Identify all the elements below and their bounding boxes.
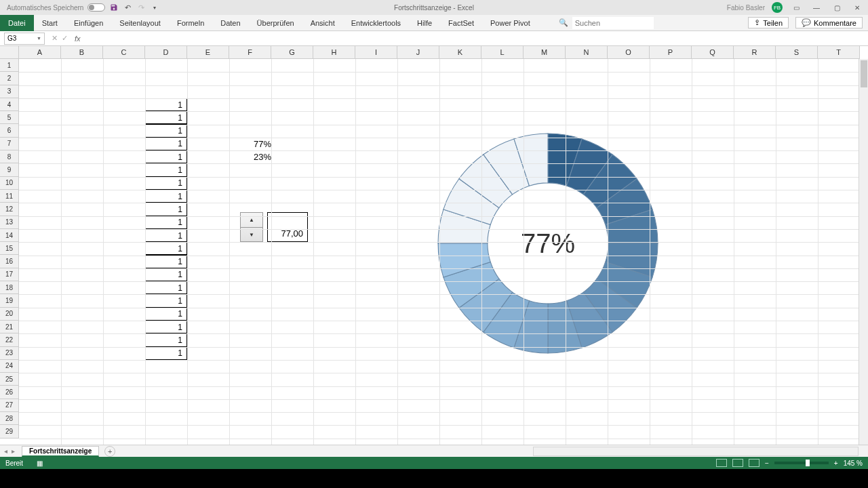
- share-button[interactable]: ⇪Teilen: [748, 17, 789, 28]
- sheet-tab-active[interactable]: Fortschrittsanzeige: [22, 446, 99, 457]
- vertical-scrollbar[interactable]: [859, 59, 868, 445]
- row-header[interactable]: 11: [0, 190, 19, 203]
- zoom-out-button[interactable]: −: [765, 460, 769, 467]
- column-header[interactable]: B: [61, 46, 103, 59]
- table-cell[interactable]: 1: [145, 347, 187, 360]
- table-cell[interactable]: 1: [145, 268, 187, 281]
- view-pagebreak-button[interactable]: [749, 459, 760, 467]
- tab-view[interactable]: Ansicht: [302, 15, 343, 31]
- column-header[interactable]: A: [19, 46, 61, 59]
- search-input[interactable]: [572, 17, 654, 29]
- row-header[interactable]: 9: [0, 163, 19, 176]
- table-cell[interactable]: 1: [145, 150, 187, 163]
- column-header[interactable]: O: [608, 46, 650, 59]
- row-header[interactable]: 15: [0, 242, 19, 255]
- cancel-formula-icon[interactable]: ✕: [52, 34, 58, 43]
- table-cell[interactable]: 1: [145, 333, 187, 346]
- row-header[interactable]: 2: [0, 72, 19, 85]
- spinner-up-button[interactable]: ▲: [241, 213, 262, 227]
- column-header[interactable]: Q: [692, 46, 734, 59]
- column-header[interactable]: G: [271, 46, 313, 59]
- qa-customize-icon[interactable]: ▾: [150, 3, 159, 12]
- tab-pagelayout[interactable]: Seitenlayout: [111, 15, 169, 31]
- column-header[interactable]: R: [734, 46, 776, 59]
- redo-icon[interactable]: ↷: [136, 3, 146, 12]
- cells-area[interactable]: 11111111111111111111 77% 23% ▲ ▼ 77,00 7…: [19, 59, 859, 445]
- fx-label[interactable]: fx: [75, 35, 81, 43]
- progress-donut-chart[interactable]: 77%: [426, 121, 670, 365]
- maximize-button[interactable]: ▢: [830, 3, 844, 12]
- table-cell[interactable]: 1: [145, 321, 187, 333]
- row-header[interactable]: 23: [0, 347, 19, 360]
- cell-percent-remaining[interactable]: 23%: [229, 152, 271, 162]
- enter-formula-icon[interactable]: ✓: [62, 34, 68, 43]
- table-cell[interactable]: 1: [145, 281, 187, 294]
- column-header[interactable]: N: [566, 46, 608, 59]
- column-header[interactable]: L: [481, 46, 524, 59]
- row-header[interactable]: 18: [0, 281, 19, 294]
- row-header[interactable]: 28: [0, 412, 19, 425]
- zoom-in-button[interactable]: +: [834, 460, 838, 467]
- row-header[interactable]: 19: [0, 294, 19, 307]
- zoom-level[interactable]: 145 %: [844, 460, 863, 467]
- column-header[interactable]: E: [187, 46, 229, 59]
- row-header[interactable]: 10: [0, 177, 19, 190]
- column-header[interactable]: K: [439, 46, 481, 59]
- row-header[interactable]: 5: [0, 111, 19, 124]
- autosave-toggle[interactable]: [87, 3, 105, 12]
- table-cell[interactable]: 1: [145, 308, 187, 321]
- sheet-nav-first-icon[interactable]: ◂: [4, 447, 7, 455]
- row-header[interactable]: 3: [0, 85, 19, 98]
- row-header[interactable]: 27: [0, 399, 19, 412]
- table-cell[interactable]: 1: [145, 124, 187, 137]
- minimize-button[interactable]: —: [810, 3, 823, 12]
- table-cell[interactable]: 1: [145, 294, 187, 307]
- row-header[interactable]: 20: [0, 308, 19, 321]
- cell-percent-filled[interactable]: 77%: [229, 139, 271, 149]
- zoom-slider[interactable]: [774, 462, 829, 464]
- row-header[interactable]: 21: [0, 321, 19, 333]
- ribbon-display-icon[interactable]: ▭: [789, 3, 803, 12]
- tab-file[interactable]: Datei: [0, 15, 34, 31]
- row-header[interactable]: 13: [0, 216, 19, 229]
- tab-review[interactable]: Überprüfen: [249, 15, 302, 31]
- formula-input[interactable]: [83, 33, 868, 45]
- row-header[interactable]: 4: [0, 98, 19, 111]
- column-header[interactable]: F: [229, 46, 271, 59]
- table-cell[interactable]: 1: [145, 111, 187, 124]
- row-header[interactable]: 12: [0, 203, 19, 216]
- row-header[interactable]: 16: [0, 255, 19, 268]
- sheet-nav-prev-icon[interactable]: ▸: [12, 447, 15, 455]
- tab-start[interactable]: Start: [34, 15, 66, 31]
- tab-developer[interactable]: Entwicklertools: [343, 15, 409, 31]
- horizontal-scrollbar[interactable]: [533, 447, 859, 456]
- table-cell[interactable]: 1: [145, 163, 187, 176]
- column-header[interactable]: S: [776, 46, 818, 59]
- user-avatar[interactable]: FB: [772, 2, 783, 13]
- save-icon[interactable]: [109, 3, 119, 12]
- table-cell[interactable]: 1: [145, 203, 187, 216]
- table-cell[interactable]: 1: [145, 216, 187, 229]
- column-header[interactable]: D: [145, 46, 187, 59]
- table-cell[interactable]: 1: [145, 98, 187, 111]
- column-header[interactable]: I: [355, 46, 397, 59]
- select-all-corner[interactable]: [0, 46, 19, 59]
- view-normal-button[interactable]: [716, 459, 727, 467]
- table-cell[interactable]: 1: [145, 177, 187, 190]
- add-sheet-button[interactable]: +: [104, 446, 115, 457]
- tab-formulas[interactable]: Formeln: [169, 15, 212, 31]
- row-header[interactable]: 25: [0, 373, 19, 386]
- tab-help[interactable]: Hilfe: [409, 15, 440, 31]
- name-box[interactable]: G3 ▼: [4, 33, 45, 45]
- row-header[interactable]: 17: [0, 268, 19, 281]
- column-header[interactable]: P: [650, 46, 692, 59]
- column-header[interactable]: C: [103, 46, 145, 59]
- record-macro-icon[interactable]: ▦: [37, 460, 43, 467]
- tab-factset[interactable]: FactSet: [440, 15, 482, 31]
- tab-powerpivot[interactable]: Power Pivot: [482, 15, 538, 31]
- table-cell[interactable]: 1: [145, 255, 187, 268]
- row-header[interactable]: 8: [0, 150, 19, 163]
- row-header[interactable]: 22: [0, 333, 19, 346]
- table-cell[interactable]: 1: [145, 190, 187, 203]
- row-header[interactable]: 14: [0, 229, 19, 242]
